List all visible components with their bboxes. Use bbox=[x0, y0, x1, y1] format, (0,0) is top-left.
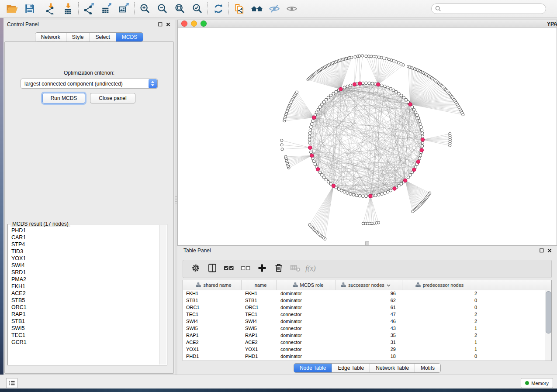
hide-selected-icon bbox=[269, 3, 280, 14]
refresh-layout-button[interactable] bbox=[210, 1, 227, 16]
mcds-result-item[interactable]: SWI5 bbox=[8, 325, 159, 332]
table-row[interactable]: ACE2ACE2connector311 bbox=[183, 339, 545, 346]
table-row[interactable]: FKH1FKH1dominator962 bbox=[183, 290, 545, 297]
table-row[interactable]: SWI5SWI5connector431 bbox=[183, 325, 545, 332]
mcds-result-item[interactable]: PHD1 bbox=[8, 227, 159, 234]
tab-node-table[interactable]: Node Table bbox=[294, 364, 332, 372]
mcds-result-item[interactable]: ORC1 bbox=[8, 304, 159, 311]
export-network-button[interactable] bbox=[80, 1, 98, 16]
export-table-button[interactable] bbox=[98, 1, 115, 16]
table-row[interactable]: TEC1TEC1connector472 bbox=[183, 311, 545, 318]
zoom-selected-button[interactable] bbox=[189, 1, 206, 16]
cell: dominator bbox=[277, 305, 336, 310]
search-box[interactable] bbox=[431, 3, 546, 14]
select-stepper-icon bbox=[149, 79, 157, 88]
import-network-button[interactable] bbox=[42, 1, 59, 16]
task-history-button[interactable] bbox=[6, 378, 17, 388]
table-row[interactable]: YOX1YOX1connector291 bbox=[183, 346, 545, 353]
float-panel-icon[interactable] bbox=[156, 21, 164, 28]
memory-status-icon bbox=[525, 381, 529, 385]
mcds-result-item[interactable]: STB1 bbox=[8, 318, 159, 325]
close-panel-icon[interactable] bbox=[164, 21, 172, 28]
show-all-button[interactable] bbox=[283, 1, 301, 16]
close-panel-button[interactable]: Close panel bbox=[90, 93, 135, 103]
mcds-result-item[interactable]: STP4 bbox=[8, 241, 159, 248]
table-scrollbar[interactable] bbox=[545, 290, 551, 361]
delete-table-button bbox=[287, 261, 304, 276]
mcds-result-item[interactable]: SRD1 bbox=[8, 269, 159, 276]
mcds-result-item[interactable]: CAR1 bbox=[8, 234, 159, 241]
mcds-result-item[interactable]: FKH1 bbox=[8, 283, 159, 290]
table-row[interactable]: PHD1PHD1dominator180 bbox=[183, 353, 545, 360]
window-zoom-button[interactable] bbox=[201, 21, 207, 27]
tab-motifs[interactable]: Motifs bbox=[415, 364, 440, 372]
zoom-fit-button[interactable] bbox=[171, 1, 189, 16]
cell: 0 bbox=[402, 354, 483, 359]
table-row[interactable]: SWI4SWI4dominator462 bbox=[183, 318, 545, 325]
column-header-MCDS-role[interactable]: MCDS role bbox=[277, 280, 336, 290]
float-table-panel-icon[interactable] bbox=[538, 248, 546, 254]
first-neighbors-button[interactable] bbox=[248, 1, 266, 16]
tab-style[interactable]: Style bbox=[66, 33, 90, 41]
add-column-button[interactable] bbox=[254, 261, 270, 276]
table-row[interactable]: STB1STB1dominator620 bbox=[183, 297, 545, 304]
network-canvas[interactable] bbox=[177, 28, 557, 246]
select-all-checks-button[interactable] bbox=[221, 261, 237, 276]
mcds-result-item[interactable]: STB5 bbox=[8, 297, 159, 304]
hide-selected-button[interactable] bbox=[266, 1, 283, 16]
tab-edge-table[interactable]: Edge Table bbox=[332, 364, 370, 372]
node-table: shared namenameMCDS rolesuccessor nodesp… bbox=[183, 280, 552, 361]
toolbar-separator bbox=[228, 2, 229, 15]
mcds-result-item[interactable]: PMA2 bbox=[8, 276, 159, 283]
search-input[interactable] bbox=[443, 5, 542, 12]
memory-button[interactable]: Memory bbox=[521, 378, 553, 388]
deselect-all-checks-button[interactable] bbox=[237, 261, 254, 276]
tab-mcds[interactable]: MCDS bbox=[116, 33, 143, 41]
horizontal-splitter-handle[interactable] bbox=[365, 241, 369, 245]
table-scrollbar-thumb[interactable] bbox=[546, 291, 551, 334]
svg-text:f(x): f(x) bbox=[305, 264, 316, 272]
column-header-shared-name[interactable]: shared name bbox=[183, 280, 242, 290]
delete-columns-button[interactable] bbox=[270, 261, 287, 276]
mcds-result-item[interactable]: ACE2 bbox=[8, 290, 159, 297]
column-namespace-icon bbox=[293, 282, 298, 288]
duplicate-network-button[interactable] bbox=[231, 1, 248, 16]
tab-network[interactable]: Network bbox=[35, 33, 66, 41]
window-close-button[interactable] bbox=[181, 21, 187, 27]
cell: 61 bbox=[336, 305, 402, 310]
control-panel-titlebar: Control Panel bbox=[3, 20, 175, 29]
window-minimize-button[interactable] bbox=[191, 21, 197, 27]
column-header-successor-nodes[interactable]: successor nodes bbox=[336, 280, 402, 290]
table-row[interactable]: ORC1ORC1dominator610 bbox=[183, 304, 545, 311]
open-file-icon bbox=[6, 3, 18, 14]
status-bar: Memory bbox=[0, 375, 557, 389]
mcds-result-item[interactable]: TID3 bbox=[8, 248, 159, 255]
column-header-predecessor-nodes[interactable]: predecessor nodes bbox=[402, 280, 483, 290]
column-header-name[interactable]: name bbox=[242, 280, 277, 290]
close-table-panel-icon[interactable] bbox=[546, 248, 554, 254]
open-file-button[interactable] bbox=[3, 1, 21, 16]
import-table-button[interactable] bbox=[59, 1, 77, 16]
mcds-result-item[interactable]: GCR1 bbox=[8, 339, 159, 346]
tab-network-table[interactable]: Network Table bbox=[370, 364, 415, 372]
cell: 31 bbox=[336, 340, 402, 345]
save-session-button[interactable] bbox=[21, 1, 38, 16]
mcds-result-item[interactable]: RAP1 bbox=[8, 311, 159, 318]
optimization-select[interactable]: largest connected component (undirected) bbox=[21, 79, 158, 89]
mcds-result-item[interactable]: YOX1 bbox=[8, 255, 159, 262]
zoom-out-button[interactable] bbox=[154, 1, 171, 16]
tab-select[interactable]: Select bbox=[90, 33, 116, 41]
run-mcds-button[interactable]: Run MCDS bbox=[42, 93, 85, 103]
network-graph[interactable] bbox=[178, 28, 557, 245]
network-window-titlebar: YPA_prune.txt_1 bbox=[177, 20, 557, 28]
result-list-scrollbar[interactable] bbox=[159, 225, 166, 364]
table-row[interactable]: RAP1RAP1dominator352 bbox=[183, 332, 545, 339]
zoom-in-button[interactable] bbox=[136, 1, 154, 16]
first-neighbors-icon bbox=[251, 3, 263, 14]
column-header-filler bbox=[483, 280, 551, 290]
mcds-result-item[interactable]: SWI4 bbox=[8, 262, 159, 269]
mcds-result-item[interactable]: TEC1 bbox=[8, 332, 159, 339]
table-settings-gear-button[interactable] bbox=[187, 261, 204, 276]
export-image-button[interactable] bbox=[115, 1, 133, 16]
split-panel-button[interactable] bbox=[204, 261, 221, 276]
